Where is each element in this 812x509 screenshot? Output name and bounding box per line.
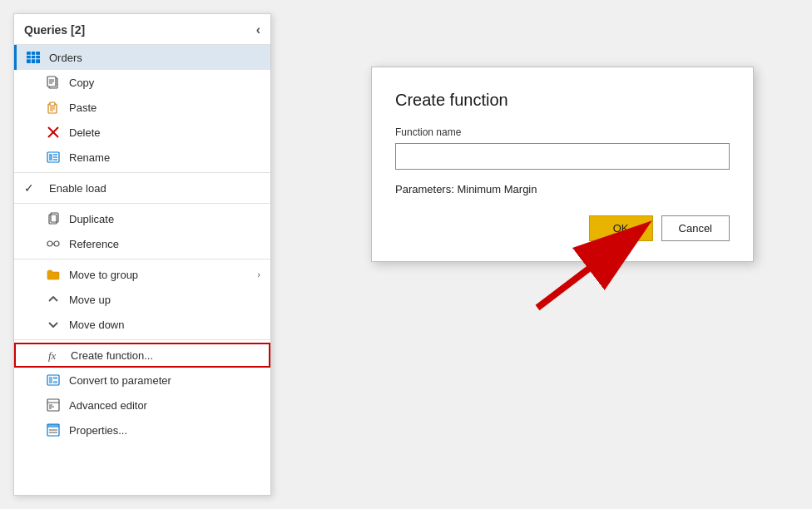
function-name-label: Function name [395, 126, 730, 138]
cancel-button[interactable]: Cancel [661, 215, 730, 241]
separator-4 [14, 339, 270, 340]
delete-label: Delete [69, 126, 260, 139]
svg-rect-31 [53, 381, 57, 383]
paste-label: Paste [69, 101, 260, 114]
menu-item-enable-load[interactable]: ✓ Enable load [14, 175, 270, 200]
create-function-label: Create function... [71, 349, 259, 362]
move-up-icon [44, 293, 62, 306]
context-menu-panel: Queries [2] ‹ Orders Copy [13, 13, 271, 496]
svg-rect-21 [53, 159, 57, 161]
svg-rect-30 [53, 377, 57, 379]
menu-item-duplicate[interactable]: Duplicate [14, 206, 270, 231]
duplicate-icon [44, 212, 62, 225]
menu-item-move-down[interactable]: Move down [14, 312, 270, 337]
separator-3 [14, 259, 270, 259]
submenu-arrow: › [257, 269, 260, 279]
menu-item-move-up[interactable]: Move up [14, 287, 270, 312]
svg-rect-11 [50, 102, 55, 106]
svg-text:fx: fx [48, 349, 57, 362]
menu-item-advanced-editor[interactable]: Advanced editor [14, 393, 270, 418]
svg-point-24 [47, 241, 52, 246]
move-to-group-label: Move to group [69, 269, 257, 281]
menu-item-properties[interactable]: Properties... [14, 418, 270, 442]
menu-item-delete[interactable]: Delete [14, 120, 270, 145]
convert-to-parameter-label: Convert to parameter [69, 374, 260, 387]
menu-item-convert-to-parameter[interactable]: Convert to parameter [14, 368, 270, 393]
menu-item-orders[interactable]: Orders [14, 45, 270, 70]
dialog-title: Create function [395, 91, 730, 110]
svg-point-25 [54, 241, 59, 246]
function-name-input[interactable] [395, 143, 730, 170]
copy-label: Copy [69, 77, 260, 89]
collapse-icon[interactable]: ‹ [256, 22, 260, 37]
content-area: Create function Function name Parameters… [271, 0, 812, 262]
svg-rect-20 [53, 156, 57, 158]
ok-button[interactable]: OK [589, 215, 653, 241]
move-down-icon [44, 318, 62, 331]
orders-label: Orders [49, 52, 260, 64]
menu-item-copy[interactable]: Copy [14, 70, 270, 95]
svg-rect-18 [49, 154, 52, 161]
move-down-label: Move down [69, 319, 260, 331]
folder-icon [44, 268, 62, 281]
dialog-buttons: OK Cancel [395, 215, 730, 241]
duplicate-label: Duplicate [69, 213, 260, 225]
delete-icon [44, 126, 62, 139]
create-function-dialog: Create function Function name Parameters… [371, 67, 754, 262]
editor-icon [44, 398, 62, 412]
properties-label: Properties... [69, 424, 260, 437]
svg-rect-38 [47, 424, 59, 427]
enable-load-label: Enable load [49, 182, 260, 195]
paste-icon [44, 101, 62, 114]
table-icon [24, 51, 42, 64]
params-label: Parameters: Minimum Margin [395, 183, 730, 195]
svg-rect-29 [49, 377, 52, 383]
separator-1 [14, 172, 270, 173]
svg-rect-19 [53, 154, 57, 156]
advanced-editor-label: Advanced editor [69, 399, 260, 412]
menu-item-paste[interactable]: Paste [14, 95, 270, 120]
svg-rect-0 [27, 52, 40, 63]
menu-item-rename[interactable]: Rename [14, 145, 270, 170]
panel-title: Queries [2] [24, 23, 85, 37]
reference-label: Reference [69, 238, 260, 250]
fx-icon: fx [46, 348, 64, 362]
menu-item-move-to-group[interactable]: Move to group › [14, 262, 270, 287]
reference-icon [44, 237, 62, 250]
menu-item-reference[interactable]: Reference [14, 231, 270, 256]
menu-item-create-function[interactable]: fx Create function... [14, 343, 270, 368]
panel-header: Queries [2] ‹ [14, 14, 270, 45]
rename-icon [44, 151, 62, 164]
convert-icon [44, 373, 62, 387]
checkmark-icon: ✓ [24, 181, 42, 195]
rename-label: Rename [69, 151, 260, 164]
separator-2 [14, 203, 270, 204]
copy-icon [44, 76, 62, 89]
move-up-label: Move up [69, 294, 260, 306]
properties-icon [44, 423, 62, 437]
